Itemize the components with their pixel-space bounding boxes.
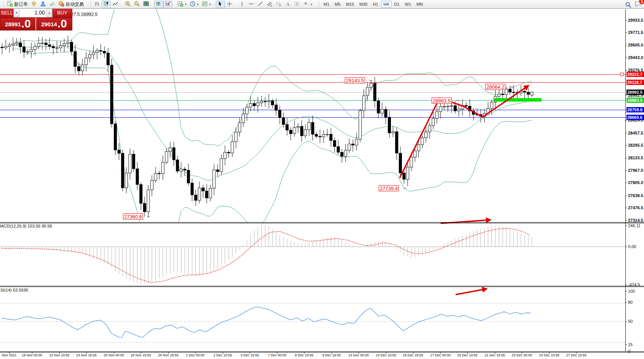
- toolbar-separator: [315, 1, 316, 7]
- svg-text:E: E: [271, 5, 272, 7]
- autotrading-button[interactable]: 自动交易: [57, 1, 85, 8]
- chat-icon[interactable]: 1: [635, 1, 642, 8]
- time-axis-label: Nov 2021: [2, 353, 17, 357]
- volume-input[interactable]: ▼ 1.00 ▲: [13, 8, 53, 18]
- price-axis-badge: 28992.5: [626, 90, 644, 95]
- timeframe-button-w1[interactable]: W1: [402, 1, 414, 8]
- timeframe-button-m15[interactable]: M15: [343, 1, 357, 8]
- timeframe-button-m5[interactable]: M5: [332, 1, 343, 8]
- chart-window[interactable]: JPN225-,H4 28952.5 28997.5 28927.5 28992…: [0, 9, 644, 359]
- timeframe-button-m1[interactable]: M1: [321, 1, 332, 8]
- volume-increase-button[interactable]: ▲: [46, 8, 52, 17]
- templates-button[interactable]: ▾: [200, 1, 212, 8]
- line-chart-button[interactable]: [111, 1, 120, 8]
- toolbar-separator: [87, 1, 87, 7]
- toolbar-grip[interactable]: [3, 1, 4, 7]
- price-axis-tick: 29771.5: [628, 30, 644, 35]
- volume-value[interactable]: 1.00: [19, 8, 46, 17]
- magn-plus-icon: [125, 1, 131, 8]
- time-axis-label: 19 Nov 00:00: [22, 353, 42, 357]
- trendline-button[interactable]: [256, 1, 265, 8]
- crosshair-icon: [226, 1, 233, 8]
- shapes-button[interactable]: ▾: [301, 1, 314, 8]
- main-toolbar: 新订单自动交易▾▾▾EFAT▾M1M5M15M30H1H4D1W1MN: [0, 0, 644, 9]
- chevron-down-icon[interactable]: ▾: [209, 3, 211, 6]
- chart-shift-button[interactable]: [163, 1, 172, 8]
- new-order-button[interactable]: 新订单: [5, 1, 29, 8]
- price-chart-canvas[interactable]: [0, 9, 644, 359]
- ind-plus-icon: [177, 1, 183, 8]
- toolbar-separator: [174, 1, 174, 7]
- rsi-axis-tick: 50: [628, 319, 644, 324]
- doc-plus-icon: [7, 1, 13, 8]
- chevron-down-icon[interactable]: ▾: [197, 3, 199, 6]
- macd-indicator-label: MACD(12,26,9) 103.56 90.58: [0, 224, 52, 228]
- person-icon: [40, 1, 46, 8]
- timeframe-button-mn[interactable]: MN: [414, 1, 426, 8]
- time-axis-label: 23 Nov 18:55: [76, 353, 97, 357]
- price-axis-tick: 27967.0: [628, 168, 644, 173]
- cursor-button[interactable]: [216, 1, 225, 8]
- timeframe-button-h4[interactable]: H4: [381, 1, 392, 8]
- terminal-window: 新订单自动交易▾▾▾EFAT▾M1M5M15M30H1H4D1W1MN 1: [0, 0, 644, 359]
- chevron-down-icon[interactable]: ▾: [311, 3, 312, 6]
- fibonacci-button[interactable]: F: [274, 1, 283, 8]
- rsi-indicator-label: RSI(14) 63.5936: [0, 288, 28, 292]
- rsi-axis-tick: 15: [628, 342, 644, 347]
- timeframe-button-h1[interactable]: H1: [370, 1, 381, 8]
- search-icon[interactable]: [625, 2, 631, 8]
- linechart-icon: [112, 1, 118, 8]
- signals-button[interactable]: [48, 1, 57, 8]
- time-axis-label: 24 Dec 10:55: [539, 353, 560, 357]
- buy-button[interactable]: BUY: [53, 8, 72, 18]
- price-axis-tick: 27314.5: [628, 218, 644, 223]
- sell-button[interactable]: SELL: [0, 8, 13, 18]
- time-axis-label: 21 Dec 18:55: [485, 353, 505, 357]
- candles-icon: [103, 1, 109, 8]
- timeframe-button-m30[interactable]: M30: [357, 1, 370, 8]
- price-annotation-label[interactable]: 29143.5: [345, 77, 365, 83]
- text-button[interactable]: A: [283, 1, 292, 8]
- price-annotation-label[interactable]: 27739.4: [379, 185, 399, 191]
- zoom-out-button[interactable]: [132, 1, 142, 8]
- toolbar-grip[interactable]: [318, 1, 320, 7]
- tile-windows-button[interactable]: [142, 1, 151, 8]
- time-axis-label: 22 Nov 10:55: [49, 353, 70, 357]
- market-watch-button[interactable]: [29, 1, 38, 8]
- timeframe-button-d1[interactable]: D1: [392, 1, 402, 8]
- time-axis-label: 20 Dec 10:55: [457, 353, 478, 357]
- toolbar-button-label: 自动交易: [65, 1, 84, 8]
- channel-button[interactable]: E: [265, 1, 274, 8]
- crosshair-button[interactable]: [225, 1, 234, 8]
- sell-price[interactable]: 28991 .0: [0, 18, 36, 30]
- indicators-button[interactable]: ▾: [176, 1, 188, 8]
- periods-button[interactable]: ▾: [188, 1, 200, 8]
- time-axis-label: 17 Dec 00:00: [430, 353, 451, 357]
- candlestick-chart-button[interactable]: [102, 1, 111, 8]
- toolbar-separator: [121, 1, 122, 7]
- chevron-down-icon[interactable]: ▾: [185, 3, 187, 6]
- macd-axis-tick: 246.11: [628, 223, 644, 228]
- price-annotation-label[interactable]: 28883.9: [432, 98, 452, 104]
- price-axis-badge: 29118.7: [626, 80, 644, 85]
- bars-icon: [94, 1, 100, 8]
- buy-price[interactable]: 29014 .0: [36, 18, 72, 30]
- horizontal-line-button[interactable]: [247, 1, 256, 8]
- bar-chart-button[interactable]: [92, 1, 102, 8]
- shapes-icon: [303, 1, 309, 8]
- macd-axis-tick: 0.00: [628, 244, 644, 249]
- volume-decrease-button[interactable]: ▼: [14, 8, 19, 17]
- zoom-in-button[interactable]: [123, 1, 132, 8]
- price-annotation-label[interactable]: 27360.6: [123, 213, 143, 220]
- label-button[interactable]: T: [292, 1, 301, 8]
- crystal-icon: [31, 1, 37, 8]
- price-annotation-label[interactable]: 29064.2: [485, 84, 505, 90]
- auto-scroll-button[interactable]: [154, 1, 163, 8]
- channel-icon: E: [266, 1, 273, 8]
- price-axis-tick: 28457.5: [628, 131, 644, 135]
- cursor-icon: [217, 1, 223, 8]
- vertical-line-button[interactable]: [238, 1, 247, 8]
- toolbar-grip[interactable]: [90, 1, 91, 7]
- profiles-button[interactable]: [38, 1, 48, 8]
- price-axis-tick: 29605.0: [628, 43, 644, 47]
